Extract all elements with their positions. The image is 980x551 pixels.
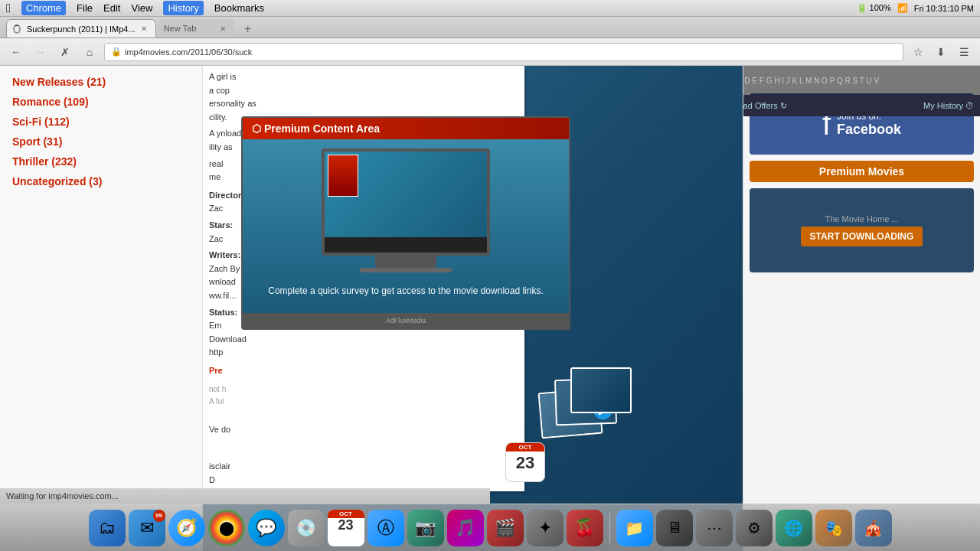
- sidebar-item-new-releases[interactable]: New Releases (21): [0, 72, 202, 92]
- download-icon[interactable]: ⬇: [931, 44, 951, 60]
- alpha-nav: A B C D E F G H I J K L M N O P Q R S T …: [743, 66, 980, 95]
- dock-calendar[interactable]: OCT 23: [328, 510, 364, 546]
- download-box[interactable]: The Movie Home ... START DOWNLOADING: [750, 188, 974, 272]
- download-link[interactable]: http: [209, 347, 223, 357]
- forward-button[interactable]: →: [31, 44, 51, 60]
- mail-badge: 99: [153, 510, 165, 522]
- new-tab-button[interactable]: +: [237, 21, 259, 37]
- pre-label: Pre: [209, 364, 518, 378]
- monitor-container: [322, 148, 490, 272]
- reload-button[interactable]: ✗: [55, 44, 75, 60]
- premium-movies-button[interactable]: Premium Movies: [750, 161, 974, 182]
- director-link[interactable]: Zac: [209, 204, 223, 213]
- tab-close-newtab[interactable]: ✕: [217, 23, 228, 34]
- status-text: Waiting for imp4movies.com...: [6, 491, 119, 500]
- not-text: not hA ful: [209, 383, 518, 408]
- dock-imovie[interactable]: 🎬: [487, 510, 524, 546]
- clock: Fri 10:31:10 PM: [914, 4, 974, 13]
- dock-chrome[interactable]: ⬤: [208, 510, 245, 546]
- calendar-day-overlay: 23: [506, 452, 544, 474]
- finder-windows-icon: 📁: [625, 519, 644, 537]
- menu-chrome[interactable]: Chrome: [21, 1, 66, 15]
- dock-screen-sharing[interactable]: 🖥: [656, 510, 693, 546]
- nav-icons: ☆ ⬇ ☰: [908, 44, 974, 60]
- star-link-1[interactable]: Zac: [209, 234, 223, 243]
- apple-menu[interactable]: : [6, 2, 11, 15]
- my-history-button[interactable]: My History ⏱: [923, 101, 974, 110]
- dock-calendar-day: 23: [328, 518, 364, 532]
- tab-active[interactable]: Suckerpunch (2011) | IMp4... ✕: [6, 19, 156, 37]
- facebook-text: Facebook: [837, 122, 901, 138]
- menu-edit[interactable]: Edit: [103, 2, 120, 14]
- right-sidebar: A B C D E F G H I J K L M N O P Q R S T …: [743, 66, 980, 551]
- safari-icon: 🧭: [176, 518, 197, 538]
- page-sidebar: New Releases (21) Romance (109) Sci-Fi (…: [0, 66, 203, 551]
- dock-extra2[interactable]: 🎭: [815, 510, 852, 546]
- dock-finder[interactable]: 🗂: [89, 510, 126, 546]
- home-button[interactable]: ⌂: [80, 44, 100, 60]
- dock-itunes[interactable]: 🎵: [447, 510, 484, 546]
- more-icon: ⋯: [707, 519, 722, 537]
- sidebar-item-uncategorized[interactable]: Uncategorized (3): [0, 171, 202, 191]
- adflux-label: AdFluxMedia: [386, 317, 426, 324]
- browser-window: Suckerpunch (2011) | IMp4... ✕ New Tab ✕…: [0, 17, 980, 551]
- dock-finder-windows[interactable]: 📁: [616, 510, 653, 546]
- sidebar-item-thriller[interactable]: Thriller (232): [0, 152, 202, 171]
- sidebar-item-sport[interactable]: Sport (31): [0, 132, 202, 152]
- sidebar-item-scifi[interactable]: Sci-Fi (112): [0, 112, 202, 132]
- settings-icon[interactable]: ☰: [954, 44, 974, 60]
- dock-appstore[interactable]: Ⓐ: [368, 510, 404, 546]
- imovie-icon: 🎬: [495, 518, 515, 538]
- sidebar-item-romance[interactable]: Romance (109): [0, 92, 202, 112]
- alpha-nav-letters: A B C D E F G H I J K L M N O P Q R S T …: [743, 77, 879, 85]
- menu-bookmarks[interactable]: Bookmarks: [214, 2, 264, 14]
- thumb-3-img: [572, 369, 630, 412]
- idisk-icon: 💿: [296, 518, 316, 538]
- dock-safari[interactable]: 🧭: [168, 510, 205, 546]
- premium-header: ⬡ Premium Content Area: [243, 118, 569, 139]
- dock-extra[interactable]: 🌐: [776, 510, 812, 546]
- dock-skype[interactable]: 💬: [248, 510, 285, 546]
- dock: 🗂 ✉ 99 🧭 ⬤ 💬 💿 OCT 23 Ⓐ: [0, 504, 980, 551]
- calendar-month-overlay: OCT: [506, 443, 544, 452]
- dock-system-prefs[interactable]: ⚙: [736, 510, 773, 546]
- site-link-1[interactable]: nload: [220, 129, 241, 138]
- history-icon: ⏱: [965, 101, 974, 110]
- tab-close-active[interactable]: ✕: [139, 24, 149, 34]
- main-content: A girl isa copersonality ascility. A ynl…: [203, 66, 980, 551]
- dock-mail[interactable]: ✉ 99: [129, 510, 165, 546]
- bookmark-star[interactable]: ☆: [908, 44, 928, 60]
- menu-bar:  Chrome File Edit View History Bookmark…: [0, 0, 980, 17]
- tab-bar: Suckerpunch (2011) | IMp4... ✕ New Tab ✕…: [0, 17, 980, 38]
- wifi-status: 📶: [897, 3, 908, 13]
- start-downloading-button[interactable]: START DOWNLOADING: [801, 227, 923, 246]
- dock-logic[interactable]: 🍒: [567, 510, 603, 546]
- dock-more[interactable]: ⋯: [696, 510, 733, 546]
- tab-newtab[interactable]: New Tab ✕: [158, 19, 234, 37]
- reload-offers-label: Reload Offers: [743, 101, 778, 110]
- writer-link-2[interactable]: wnload: [209, 277, 236, 286]
- reload-offers-button[interactable]: Reload Offers ↻: [743, 101, 787, 111]
- writer-file-link[interactable]: ww.fil...: [209, 291, 236, 300]
- menu-view[interactable]: View: [131, 2, 152, 14]
- menu-history[interactable]: History: [163, 1, 203, 15]
- premium-icon: ⬡: [252, 122, 264, 135]
- browser-content: New Releases (21) Romance (109) Sci-Fi (…: [0, 66, 980, 551]
- my-history-label: My History: [923, 101, 963, 110]
- dock-fission[interactable]: ✦: [527, 510, 564, 546]
- thumb-card-3[interactable]: [570, 367, 632, 413]
- dock-idisk[interactable]: 💿: [288, 510, 325, 546]
- menu-file[interactable]: File: [77, 2, 93, 14]
- fission-icon: ✦: [538, 518, 552, 538]
- download-box-title: The Movie Home ...: [825, 214, 899, 223]
- dock-iphoto[interactable]: 📷: [407, 510, 444, 546]
- dock-calendar-month: OCT: [328, 510, 364, 518]
- reload-icon: ↻: [780, 101, 787, 111]
- writer-link-1[interactable]: Zach By: [209, 264, 240, 273]
- logic-icon: 🍒: [574, 518, 595, 538]
- calendar-icon-overlay: OCT 23: [505, 442, 545, 482]
- dock-extra3[interactable]: 🎪: [855, 510, 892, 546]
- calendar-overlay: OCT 23: [505, 442, 545, 482]
- back-button[interactable]: ←: [6, 44, 26, 60]
- url-bar[interactable]: 🔒 imp4movies.com/2011/06/30/suck: [104, 43, 903, 61]
